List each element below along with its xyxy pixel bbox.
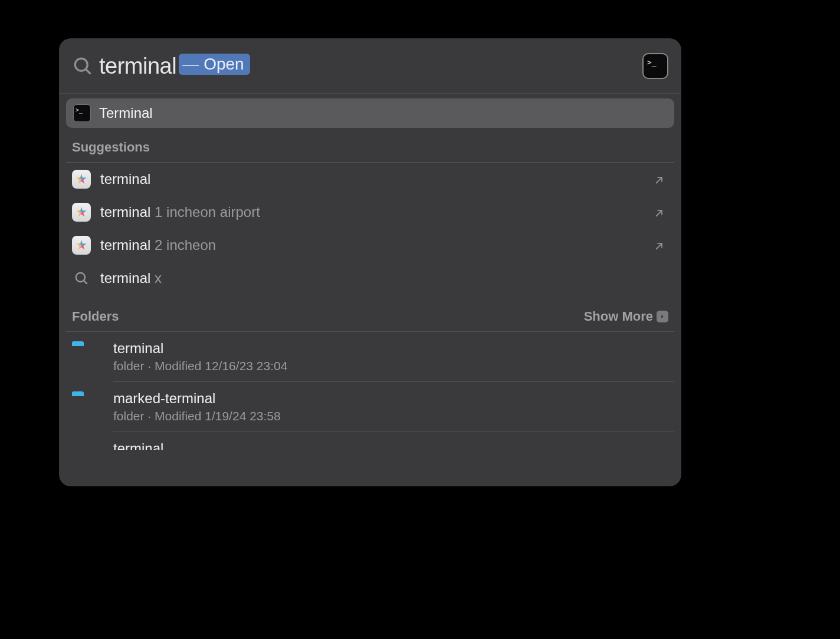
- svg-point-5: [76, 273, 85, 282]
- search-bar: terminal — Open >_: [59, 38, 681, 94]
- search-input[interactable]: terminal: [99, 55, 176, 77]
- show-more-button[interactable]: Show More: [584, 309, 668, 324]
- top-hit-label: Terminal: [99, 105, 153, 121]
- terminal-app-icon: >_: [73, 104, 91, 122]
- open-action-badge[interactable]: — Open: [179, 54, 250, 75]
- search-icon: [72, 55, 93, 77]
- svg-point-0: [75, 58, 87, 71]
- search-icon: [72, 269, 91, 288]
- svg-line-3: [656, 210, 662, 216]
- folder-icon: [71, 391, 101, 416]
- suggestion-row[interactable]: terminal: [66, 163, 674, 196]
- svg-line-4: [656, 243, 662, 249]
- folder-icon: [71, 341, 101, 366]
- chevron-right-icon: [657, 311, 668, 322]
- top-hit-row[interactable]: >_ Terminal: [66, 98, 674, 128]
- suggestion-row[interactable]: terminal x: [66, 262, 674, 295]
- folders-header: Folders Show More: [66, 309, 674, 332]
- external-arrow-icon: [653, 173, 665, 185]
- svg-line-6: [84, 281, 87, 284]
- maps-icon: [72, 236, 91, 255]
- external-arrow-icon: [653, 239, 665, 251]
- folders-section: Folders Show More terminal folder · Modi…: [66, 309, 674, 450]
- terminal-app-icon: >_: [642, 53, 668, 79]
- suggestion-row[interactable]: terminal 1 incheon airport: [66, 196, 674, 229]
- folder-row[interactable]: terminal: [113, 432, 674, 450]
- results-area: >_ Terminal Suggestions terminal termina…: [59, 94, 681, 486]
- folder-row[interactable]: terminal folder · Modified 12/16/23 23:0…: [113, 332, 674, 382]
- maps-icon: [72, 170, 91, 189]
- folder-row[interactable]: marked-terminal folder · Modified 1/19/2…: [113, 382, 674, 432]
- suggestion-row[interactable]: terminal 2 incheon: [66, 229, 674, 262]
- external-arrow-icon: [653, 206, 665, 218]
- svg-line-2: [656, 177, 662, 183]
- maps-icon: [72, 203, 91, 222]
- spotlight-window: terminal — Open >_ >_ Terminal Suggestio…: [59, 38, 681, 486]
- suggestions-header: Suggestions: [66, 140, 674, 163]
- svg-line-1: [86, 70, 91, 74]
